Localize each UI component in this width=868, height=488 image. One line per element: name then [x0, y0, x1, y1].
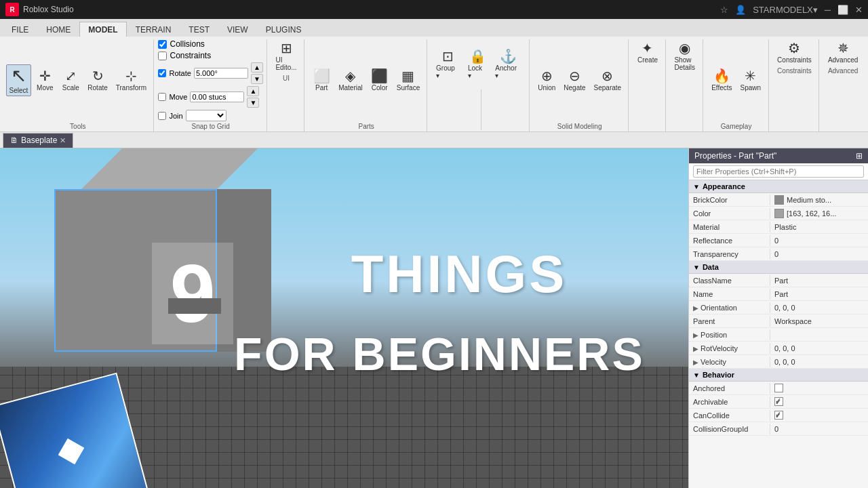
prop-position[interactable]: ▶ Position [689, 328, 868, 342]
rotvelocity-expand[interactable]: ▶ [693, 345, 698, 352]
section-behavior[interactable]: ▼ Behavior [689, 369, 868, 382]
tab-model[interactable]: MODEL [79, 22, 126, 37]
negate-button[interactable]: ⊖ Negate [560, 67, 589, 94]
prop-color[interactable]: Color [163, 162, 16... [689, 207, 868, 220]
prop-classname[interactable]: ClassName Part [689, 274, 868, 287]
constraints-btn[interactable]: ⚙ Constraints [774, 39, 815, 66]
prop-velocity[interactable]: ▶ Velocity 0, 0, 0 [689, 355, 868, 369]
editor-tab-baseplate[interactable]: 🗎 Baseplate ✕ [3, 133, 73, 148]
negate-icon: ⊖ [569, 69, 580, 83]
create-button[interactable]: ✦ Create [634, 39, 661, 66]
prop-rotvelocity[interactable]: ▶ RotVelocity 0, 0, 0 [689, 342, 868, 355]
minimize-button[interactable]: ─ [825, 5, 831, 15]
lock-button[interactable]: 🔒 Lock ▾ [465, 47, 490, 81]
ribbon-content: ↖ Select ✛ Move ⤢ Scale ↻ Rotate ⊹ Tra [0, 37, 868, 131]
prop-rotvelocity-name: ▶ RotVelocity [689, 343, 770, 354]
color-button[interactable]: ⬛ Color [368, 67, 392, 94]
collisions-checkbox[interactable] [158, 40, 167, 49]
prop-orientation[interactable]: ▶ Orientation 0, 0, 0 [689, 301, 868, 314]
section-data[interactable]: ▼ Data [689, 261, 868, 274]
part-button[interactable]: ⬜ Part [309, 67, 334, 94]
select-label: Select [9, 87, 28, 94]
spawn-button[interactable]: ✳ Spawn [737, 67, 765, 94]
effects-button[interactable]: 🔥 Effects [708, 67, 735, 94]
prop-anchored[interactable]: Anchored [689, 382, 868, 395]
prop-position-value [770, 333, 868, 336]
separate-button[interactable]: ⊗ Separate [591, 67, 625, 94]
color-icon: ⬛ [371, 69, 388, 83]
advanced-button[interactable]: ✵ Advanced [825, 39, 861, 66]
transform-label: Transform [116, 84, 146, 92]
ui-editor-button[interactable]: ⊞ UIEdito... [272, 39, 300, 73]
tab-terrain[interactable]: TERRAIN [127, 22, 180, 37]
move-up-button[interactable]: ▲ [247, 86, 259, 96]
prop-collisiongroupid[interactable]: CollisionGroupId 0 [689, 422, 868, 436]
group-icon: ⊡ [442, 49, 454, 63]
prop-archivable[interactable]: Archivable ✓ [689, 395, 868, 409]
viewport[interactable]: 9 THINGS FOR BEGINNERS [0, 148, 688, 488]
join-snap-select[interactable] [186, 110, 226, 121]
velocity-expand[interactable]: ▶ [693, 359, 698, 366]
properties-scroll[interactable]: ▼ Appearance BrickColor Medium sto... Co… [689, 180, 868, 488]
ui-editor-icon: ⊞ [281, 41, 292, 55]
position-expand[interactable]: ▶ [693, 331, 698, 339]
prop-name[interactable]: Name Part [689, 287, 868, 301]
data-arrow: ▼ [693, 264, 700, 271]
prop-material[interactable]: Material Plastic [689, 220, 868, 234]
orientation-expand[interactable]: ▶ [693, 304, 698, 312]
color-label: Color [372, 84, 388, 92]
rotate-down-button[interactable]: ▼ [251, 74, 263, 84]
ribbon-group-advanced: ✵ Advanced Advanced [821, 39, 865, 131]
tab-file[interactable]: FILE [3, 22, 37, 37]
separate-label: Separate [594, 84, 622, 92]
archivable-checkbox[interactable]: ✓ [774, 397, 783, 406]
tab-plugins[interactable]: PLUGINS [257, 22, 311, 37]
close-button[interactable]: ✕ [855, 5, 863, 15]
rotate-snap-checkbox[interactable] [158, 69, 166, 77]
behavior-label: Behavior [703, 371, 734, 379]
move-down-button[interactable]: ▼ [247, 98, 259, 108]
anchor-button[interactable]: ⚓ Anchor ▾ [492, 47, 525, 81]
advanced-group-label: Advanced [828, 67, 858, 75]
tab-test[interactable]: TEST [180, 22, 218, 37]
select-icon: ↖ [11, 66, 26, 85]
move-snap-input[interactable] [190, 92, 244, 102]
ribbon-group-ui: ⊞ UIEdito... UI [269, 39, 305, 131]
material-button[interactable]: ◈ Material [335, 67, 366, 94]
prop-transparency[interactable]: Transparency 0 [689, 247, 868, 261]
rotate-snap-input[interactable] [194, 68, 248, 79]
cancollide-checkbox[interactable]: ✓ [774, 411, 783, 420]
transform-button[interactable]: ⊹ Transform [113, 67, 150, 94]
rotate-up-button[interactable]: ▲ [251, 62, 263, 73]
anchored-checkbox[interactable] [774, 384, 783, 392]
constraints-checkbox[interactable] [158, 52, 167, 60]
prop-material-value: Plastic [770, 222, 868, 232]
maximize-button[interactable]: ⬜ [837, 5, 848, 15]
move-button[interactable]: ✛ Move [33, 67, 57, 94]
properties-filter-input[interactable] [693, 165, 864, 178]
scale-icon: ⤢ [65, 69, 77, 83]
prop-reflectance[interactable]: Reflectance 0 [689, 234, 868, 247]
join-snap-checkbox[interactable] [158, 112, 166, 120]
prop-cancollide[interactable]: CanCollide ✓ [689, 409, 868, 422]
tab-home[interactable]: HOME [37, 22, 79, 37]
prop-parent[interactable]: Parent Workspace [689, 314, 868, 328]
select-button[interactable]: ↖ Select [6, 64, 32, 96]
scale-button[interactable]: ⤢ Scale [58, 67, 83, 94]
baseplate-tab-close[interactable]: ✕ [60, 136, 66, 145]
gameplay-buttons: 🔥 Effects ✳ Spawn [708, 39, 764, 121]
snap-controls: Collisions Constraints Rotate ▲ ▼ [158, 39, 262, 121]
spawn-label: Spawn [741, 84, 762, 92]
prop-brickcolor[interactable]: BrickColor Medium sto... [689, 193, 868, 207]
surface-button[interactable]: ▦ Surface [393, 67, 423, 94]
union-button[interactable]: ⊕ Union [534, 67, 559, 94]
show-details-button[interactable]: ◉ ShowDetails [671, 39, 698, 73]
rotate-button[interactable]: ↻ Rotate [84, 67, 111, 94]
group-button[interactable]: ⊡ Group ▾ [433, 47, 463, 81]
properties-expand-icon[interactable]: ⊞ [856, 151, 863, 161]
tab-view[interactable]: VIEW [218, 22, 257, 37]
viewport-number-9: 9 [152, 243, 233, 344]
ribbon-group-solid: ⊕ Union ⊖ Negate ⊗ Separate Solid Modeli… [531, 39, 629, 131]
section-appearance[interactable]: ▼ Appearance [689, 180, 868, 193]
move-snap-checkbox[interactable] [158, 93, 166, 101]
